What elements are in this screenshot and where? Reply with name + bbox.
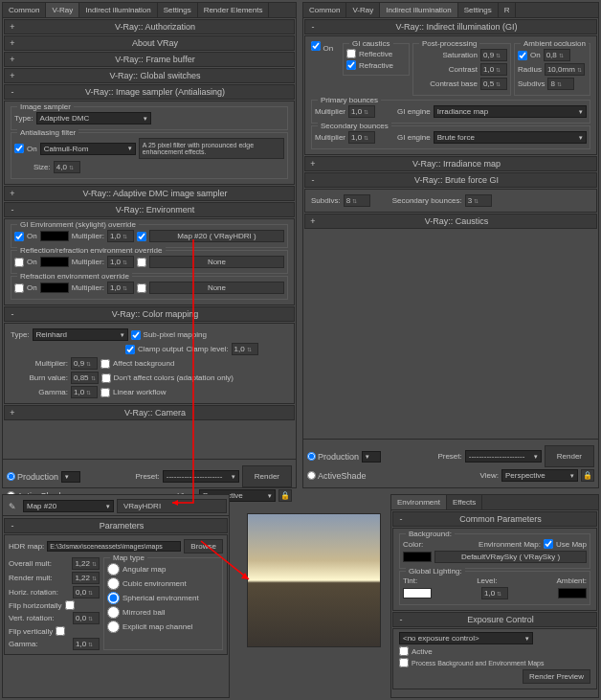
- gi-color[interactable]: [40, 231, 69, 241]
- gi-map-button[interactable]: Map #20 ( VRayHDRI ): [149, 230, 284, 242]
- rollout-about[interactable]: +About VRay: [4, 35, 295, 51]
- contrast-spinner[interactable]: 1,0: [480, 63, 507, 76]
- rollout-env[interactable]: -V-Ray:: Environment: [4, 202, 295, 217]
- refr-map-checkbox[interactable]: [137, 283, 146, 293]
- hrot-spinner[interactable]: 0,0: [73, 586, 100, 598]
- refl-mult-spinner[interactable]: 1,0: [107, 256, 134, 268]
- refl-map-button[interactable]: None: [149, 256, 284, 268]
- s-mult-spinner[interactable]: 1,0: [348, 131, 375, 144]
- tab-indirect[interactable]: Indirect illumination: [79, 3, 157, 17]
- clamp-spinner[interactable]: 1,0: [232, 343, 258, 355]
- gi-map-checkbox[interactable]: [137, 232, 146, 241]
- rollout-sampler[interactable]: -V-Ray:: Image sampler (Antialiasing): [4, 84, 295, 100]
- rollout-bf[interactable]: -V-Ray:: Brute force GI: [304, 172, 597, 188]
- refr-on-checkbox[interactable]: [14, 283, 24, 293]
- tab-settings-r[interactable]: Settings: [458, 3, 499, 17]
- cm-mult-spinner[interactable]: 0,9: [71, 357, 98, 370]
- cubic-radio[interactable]: [107, 577, 120, 590]
- linear-wf-checkbox[interactable]: [100, 388, 110, 397]
- rollout-dmc[interactable]: +V-Ray:: Adaptive DMC image sampler: [4, 186, 295, 201]
- activeshade-radio-r[interactable]: [307, 471, 316, 480]
- vrot-spinner[interactable]: 0,0: [73, 612, 100, 624]
- m-gamma-spinner[interactable]: 1,0: [73, 638, 100, 650]
- tab-elements[interactable]: Render Elements: [198, 3, 270, 17]
- render-button[interactable]: Render: [242, 465, 292, 487]
- production-radio-r[interactable]: [307, 452, 316, 461]
- render-button-r[interactable]: Render: [545, 445, 594, 467]
- lock-icon-r[interactable]: 🔒: [581, 469, 594, 482]
- production-radio[interactable]: [7, 472, 15, 481]
- ao-spinner[interactable]: 0,8: [544, 49, 570, 61]
- active-checkbox[interactable]: [399, 646, 409, 656]
- preset-dropdown[interactable]: ----------------------: [163, 470, 239, 483]
- p-mult-spinner[interactable]: 1,0: [348, 105, 375, 118]
- tint-color[interactable]: [403, 588, 432, 598]
- lock-icon[interactable]: 🔒: [278, 489, 292, 502]
- flipv-checkbox[interactable]: [56, 626, 65, 636]
- gi-mult-spinner[interactable]: 1,0: [107, 230, 134, 242]
- rollout-irrmap[interactable]: +V-Ray:: Irradiance map: [304, 156, 597, 171]
- p-engine-dropdown[interactable]: Irradiance map: [434, 105, 587, 118]
- ao-on-checkbox[interactable]: [518, 51, 527, 60]
- gi-on-checkbox-r[interactable]: [311, 41, 321, 51]
- refl-color[interactable]: [40, 257, 69, 267]
- gamma-spinner[interactable]: 1,0: [71, 386, 98, 398]
- refr-map-button[interactable]: None: [149, 282, 284, 294]
- hdr-path-input[interactable]: E:\3dsmax\sceneassets\images\maps: [47, 541, 181, 552]
- map-type-button[interactable]: VRayHDRI: [117, 499, 227, 513]
- sec-bounces-spinner[interactable]: 3: [465, 194, 492, 207]
- production-dropdown-r[interactable]: [362, 451, 381, 463]
- gi-on-checkbox[interactable]: [14, 232, 24, 241]
- affect-bg-checkbox[interactable]: [100, 359, 110, 369]
- reflective-checkbox[interactable]: [346, 49, 356, 58]
- cm-type-dropdown[interactable]: Reinhard: [33, 328, 128, 341]
- refl-on-checkbox[interactable]: [14, 258, 24, 267]
- rollout-exposure[interactable]: -Exposure Control: [392, 612, 597, 627]
- exposure-dropdown[interactable]: <no exposure control>: [399, 632, 533, 644]
- mirrored-radio[interactable]: [107, 606, 120, 619]
- rollout-camera[interactable]: +V-Ray:: Camera: [4, 405, 295, 420]
- refractive-checkbox[interactable]: [346, 60, 356, 70]
- aa-filter-dropdown[interactable]: Catmull-Rom: [40, 143, 136, 155]
- s-engine-dropdown[interactable]: Brute force: [434, 131, 587, 144]
- burn-spinner[interactable]: 0,85: [71, 372, 99, 384]
- tab-effects[interactable]: Effects: [447, 495, 482, 509]
- level-spinner[interactable]: 1,0: [481, 587, 508, 599]
- tab-vray[interactable]: V-Ray: [46, 3, 79, 17]
- refr-mult-spinner[interactable]: 1,0: [107, 282, 134, 294]
- rollout-auth[interactable]: +V-Ray:: Authorization: [4, 19, 295, 34]
- bf-subdivs-spinner[interactable]: 8: [344, 194, 370, 207]
- rollout-globals[interactable]: +V-Ray:: Global switches: [4, 68, 295, 83]
- tab-vray-r[interactable]: V-Ray: [346, 3, 380, 17]
- radius-spinner[interactable]: 10,0mm: [545, 63, 585, 76]
- rollout-framebuf[interactable]: +V-Ray:: Frame buffer: [4, 52, 295, 67]
- overall-spinner[interactable]: 1,22: [72, 557, 100, 570]
- explicit-radio[interactable]: [107, 621, 120, 633]
- rollout-caustics[interactable]: +V-Ray:: Caustics: [304, 214, 597, 229]
- refr-color[interactable]: [40, 282, 69, 293]
- rollout-params[interactable]: -Parameters: [4, 518, 228, 533]
- size-spinner[interactable]: 4,0: [54, 161, 80, 173]
- tab-environment[interactable]: Environment: [391, 495, 447, 509]
- subpixel-checkbox[interactable]: [131, 330, 141, 340]
- preset-dropdown-r[interactable]: ----------------------: [465, 450, 542, 463]
- production-dropdown[interactable]: [61, 471, 80, 483]
- tab-common[interactable]: Common: [3, 3, 46, 17]
- use-map-checkbox[interactable]: [544, 539, 553, 549]
- render-mult-spinner[interactable]: 1,22: [72, 572, 100, 584]
- render-preview-button[interactable]: Render Preview: [523, 669, 590, 684]
- rollout-common-params[interactable]: -Common Parameters: [392, 511, 597, 527]
- aa-on-checkbox[interactable]: [14, 144, 24, 153]
- refl-map-checkbox[interactable]: [137, 258, 146, 267]
- clamp-checkbox[interactable]: [125, 345, 135, 354]
- cbase-spinner[interactable]: 0,5: [480, 78, 507, 90]
- tab-indirect-r[interactable]: Indirect illumination: [380, 3, 457, 17]
- map-name-dropdown[interactable]: Map #20: [23, 500, 114, 512]
- process-bg-checkbox[interactable]: [399, 658, 409, 667]
- ambient-color[interactable]: [558, 588, 587, 598]
- rollout-gi[interactable]: -V-Ray:: Indirect illumination (GI): [304, 19, 597, 34]
- sat-spinner[interactable]: 0,9: [480, 49, 507, 61]
- env-map-button[interactable]: DefaultVRaySky ( VRaySky ): [434, 551, 587, 563]
- subdivs-spinner[interactable]: 8: [547, 78, 574, 90]
- spherical-radio[interactable]: [107, 592, 120, 604]
